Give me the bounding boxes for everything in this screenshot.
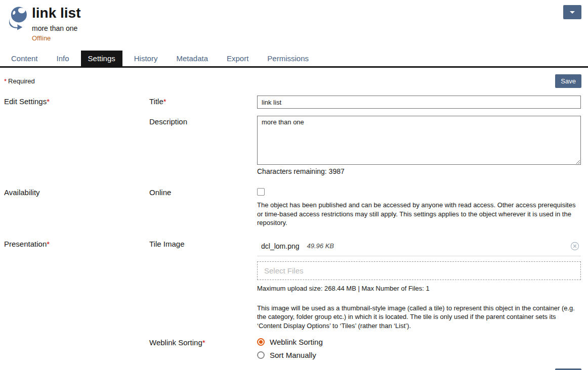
required-word: Required bbox=[8, 77, 35, 85]
tab-info[interactable]: Info bbox=[50, 51, 76, 66]
radio-label: Weblink Sorting bbox=[270, 338, 323, 346]
label-tile-image: Tile Image bbox=[149, 238, 257, 248]
required-asterisk: * bbox=[4, 77, 7, 85]
online-help-text: The object has been published and can be… bbox=[257, 201, 581, 227]
chars-remaining: Characters remaining: 3987 bbox=[257, 167, 581, 175]
tab-bar: Content Info Settings History Metadata E… bbox=[0, 51, 588, 68]
tab-permissions[interactable]: Permissions bbox=[260, 51, 316, 66]
tab-history[interactable]: History bbox=[127, 51, 165, 66]
uploaded-file-row: dcl_lom.png 49.96 KB bbox=[257, 238, 581, 256]
required-asterisk: * bbox=[47, 240, 50, 248]
section-availability: Availability bbox=[4, 187, 149, 197]
chevron-down-icon bbox=[570, 11, 575, 14]
actions-dropdown-button[interactable] bbox=[563, 5, 581, 19]
form-row-presentation: Presentation* Tile Image dcl_lom.png 49.… bbox=[0, 238, 588, 331]
radio-label: Sort Manually bbox=[270, 351, 316, 359]
form-row-availability: Availability Online The object has been … bbox=[0, 187, 588, 227]
description-textarea[interactable]: more than one bbox=[257, 116, 581, 165]
divider bbox=[257, 256, 581, 256]
label-description: Description bbox=[149, 116, 257, 126]
remove-file-button[interactable] bbox=[570, 242, 579, 251]
file-size: 49.96 KB bbox=[307, 242, 334, 250]
page-title: link list bbox=[32, 4, 80, 22]
tab-metadata[interactable]: Metadata bbox=[169, 51, 215, 66]
page-header: link list more than one Offline bbox=[0, 0, 588, 42]
form-toolbar-top: *Required Save bbox=[0, 74, 588, 88]
tab-settings[interactable]: Settings bbox=[81, 51, 122, 66]
section-presentation: Presentation* bbox=[4, 238, 149, 248]
radio-sort-manually[interactable]: Sort Manually bbox=[257, 351, 581, 359]
circled-x-icon bbox=[570, 242, 579, 251]
required-note-top: *Required bbox=[4, 77, 35, 85]
label-title: Title* bbox=[149, 96, 257, 106]
form-row-title: Edit Settings* Title* bbox=[0, 96, 588, 109]
weblink-sorting-radio-group: Weblink Sorting Sort Manually bbox=[257, 337, 581, 359]
tab-export[interactable]: Export bbox=[220, 51, 256, 66]
section-edit-settings: Edit Settings* bbox=[4, 96, 149, 106]
save-button-top[interactable]: Save bbox=[555, 74, 581, 88]
title-input[interactable] bbox=[257, 96, 581, 109]
radio-icon bbox=[257, 351, 265, 359]
status-offline: Offline bbox=[32, 34, 80, 42]
page-description: more than one bbox=[32, 24, 80, 32]
select-files-button[interactable]: Select Files bbox=[257, 261, 581, 280]
label-online: Online bbox=[149, 187, 257, 197]
required-asterisk: * bbox=[47, 97, 50, 106]
weblink-icon bbox=[6, 5, 30, 30]
file-name: dcl_lom.png bbox=[261, 242, 300, 250]
form-row-weblink-sorting: Weblink Sorting* Weblink Sorting Sort Ma… bbox=[0, 337, 588, 359]
form-row-description: Description more than one Characters rem… bbox=[0, 116, 588, 175]
tile-image-help-text: This image will be used as a thumbnail-s… bbox=[257, 304, 581, 331]
online-checkbox[interactable] bbox=[257, 188, 265, 196]
required-asterisk: * bbox=[202, 338, 205, 347]
upload-limits: Maximum upload size: 268.44 MB | Max Num… bbox=[257, 285, 581, 292]
label-weblink-sorting: Weblink Sorting* bbox=[149, 337, 257, 347]
radio-icon bbox=[257, 338, 265, 346]
tab-content[interactable]: Content bbox=[4, 51, 45, 66]
required-asterisk: * bbox=[163, 97, 166, 106]
radio-weblink-sorting[interactable]: Weblink Sorting bbox=[257, 338, 581, 346]
